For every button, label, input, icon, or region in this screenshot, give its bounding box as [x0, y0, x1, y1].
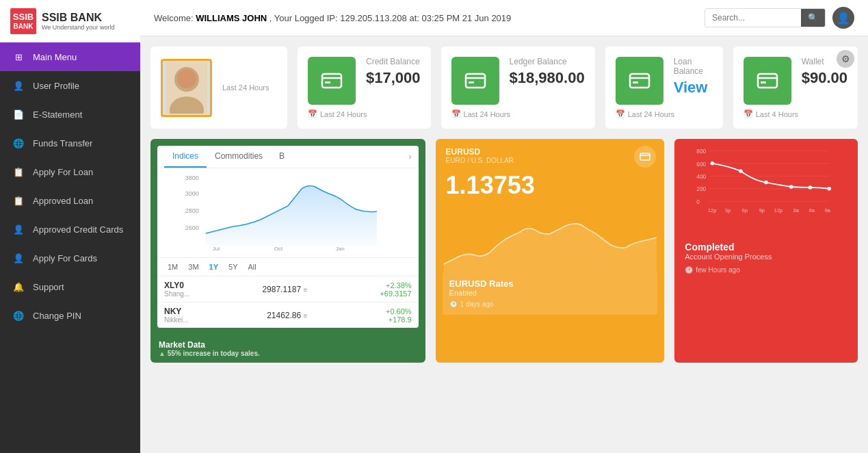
svg-text:Jan: Jan: [336, 246, 345, 252]
sidebar-label-approved-credit-cards: Approved Credit Cards: [33, 224, 123, 235]
svg-text:0: 0: [697, 198, 700, 205]
sidebar-item-main-menu[interactable]: ⊞ Main Menu: [0, 42, 140, 71]
wallet-footer-text: Last 4 Hours: [756, 110, 798, 118]
svg-text:9a: 9a: [825, 207, 831, 213]
credit-label: Credit Balance: [366, 57, 421, 66]
ledger-icon-row: Ledger Balance $18,980.00: [451, 57, 585, 105]
profile-card: Last 24 Hours: [150, 47, 287, 129]
wallet-footer: 📅 Last 4 Hours: [744, 109, 847, 118]
svg-text:800: 800: [697, 148, 707, 155]
svg-text:2800: 2800: [185, 207, 199, 214]
user-account-icon[interactable]: 👤: [832, 7, 854, 29]
svg-point-3: [177, 69, 196, 88]
svg-rect-7: [466, 74, 485, 88]
sidebar-label-change-pin: Change PIN: [33, 311, 81, 321]
svg-text:12p: 12p: [708, 207, 716, 213]
search-button[interactable]: 🔍: [801, 9, 825, 27]
market-change-pct-1: +0.60%: [386, 307, 412, 315]
time-3m[interactable]: 3M: [185, 261, 202, 272]
market-val-1: 21462.86 ≡: [267, 311, 307, 320]
market-chart-area: 3800 3000 2800 2600 Jul Oct Jan: [157, 168, 419, 257]
market-row-0: XLY0 Shang... 2987.1187 ≡ +2.38% +69.315…: [157, 276, 419, 302]
sidebar-label-main-menu: Main Menu: [33, 52, 77, 62]
svg-text:600: 600: [697, 161, 707, 168]
svg-text:3800: 3800: [185, 174, 199, 181]
credit-balance-card: Credit Balance $17,000 📅 Last 24 Hours: [298, 47, 431, 129]
document-icon: 📄: [12, 108, 25, 120]
time-5y[interactable]: 5Y: [225, 261, 241, 272]
tab-indices[interactable]: Indices: [164, 146, 207, 168]
svg-text:3p: 3p: [725, 207, 731, 213]
market-code-1: NKY: [164, 307, 189, 316]
market-row-1-label: NKY Nikkei...: [164, 307, 189, 324]
market-inner: Indices Commodities B ›: [157, 146, 419, 328]
svg-rect-10: [630, 74, 649, 88]
sidebar-label-funds-transfer: Funds Transfer: [33, 138, 92, 148]
ledger-balance-card: Ledger Balance $18,980.00 📅 Last 24 Hour…: [441, 47, 595, 129]
sidebar-label-approved-loan: Approved Loan: [33, 196, 93, 206]
dashboard: Last 24 Hours Credit Balance $17,000 📅 L: [140, 36, 868, 453]
market-val-0: 2987.1187 ≡: [262, 285, 307, 294]
market-footer-note: ▲ 55% increase in today sales.: [159, 350, 417, 357]
profile-image: [161, 59, 212, 117]
tab-next[interactable]: ›: [409, 146, 412, 168]
logo: SSIB BANK SSIB BANK We Understand your w…: [0, 0, 140, 42]
welcome-text: Welcome: WILLIAMS JOHN , Your Logged IP:…: [154, 13, 511, 23]
ledger-value: $18,980.00: [510, 69, 585, 87]
sidebar-item-apply-cards[interactable]: 👤 Apply For Cards: [0, 244, 140, 272]
svg-text:Jul: Jul: [213, 246, 220, 252]
credit-footer-text: Last 24 Hours: [320, 110, 367, 118]
time-1m[interactable]: 1M: [164, 261, 181, 272]
credit-info: Credit Balance $17,000: [366, 57, 421, 87]
svg-rect-4: [322, 74, 341, 88]
gear-icon[interactable]: ⚙: [837, 50, 854, 68]
forex-chart: [436, 203, 665, 272]
svg-rect-15: [761, 81, 766, 83]
svg-text:6a: 6a: [809, 207, 815, 213]
svg-rect-13: [758, 74, 777, 88]
forex-title: EURUSD Rates: [449, 279, 651, 289]
calendar-icon: 📅: [308, 109, 317, 118]
sidebar-item-approved-loan[interactable]: 📋 Approved Loan: [0, 186, 140, 215]
apply-card-icon: 👤: [12, 252, 25, 264]
svg-text:200: 200: [697, 185, 707, 192]
tab-commodities[interactable]: Commodities: [207, 146, 271, 168]
activity-time: 🕐 few Hours ago: [685, 266, 847, 274]
user-icon: 👤: [12, 79, 25, 92]
calendar-icon4: 📅: [744, 109, 753, 118]
time-all[interactable]: All: [245, 261, 260, 272]
sidebar-label-e-statement: E-Statement: [33, 109, 82, 120]
svg-text:3000: 3000: [185, 190, 199, 197]
sidebar-item-user-profile[interactable]: 👤 User Profile: [0, 71, 140, 100]
sidebar-item-e-statement[interactable]: 📄 E-Statement: [0, 100, 140, 129]
credit-icon: [308, 57, 356, 105]
time-1y[interactable]: 1Y: [206, 261, 222, 272]
forex-widget: EURUSD EURO / U.S. DOLLAR 1.13753 EURUSD…: [436, 139, 665, 363]
forex-pair-sub: EURO / U.S. DOLLAR: [446, 157, 655, 164]
search-input[interactable]: [705, 10, 801, 26]
loan-icon-row: Loan Balance View: [616, 57, 713, 105]
svg-rect-9: [469, 81, 474, 83]
market-row-1: NKY Nikkei... 21462.86 ≡ +0.60% +178.9: [157, 302, 419, 328]
loan-value: View: [674, 79, 713, 96]
sidebar: SSIB BANK SSIB BANK We Understand your w…: [0, 0, 140, 453]
svg-text:6p: 6p: [742, 207, 748, 213]
svg-rect-12: [633, 81, 638, 83]
sidebar-item-funds-transfer[interactable]: 🌐 Funds Transfer: [0, 129, 140, 157]
credit-footer: 📅 Last 24 Hours: [308, 109, 421, 118]
sidebar-item-apply-loan[interactable]: 📋 Apply For Loan: [0, 157, 140, 186]
svg-point-35: [711, 161, 715, 166]
loan-balance-card: Loan Balance View 📅 Last 24 Hours: [605, 47, 723, 129]
tab-b[interactable]: B: [271, 146, 293, 168]
forex-rate: 1.13753: [436, 168, 665, 203]
sidebar-item-approved-credit-cards[interactable]: 👤 Approved Credit Cards: [0, 215, 140, 244]
svg-text:12p: 12p: [774, 207, 782, 213]
ledger-label: Ledger Balance: [510, 57, 585, 66]
svg-point-39: [808, 185, 813, 190]
loan-icon: [616, 57, 663, 105]
sidebar-item-support[interactable]: 🔔 Support: [0, 272, 140, 301]
ledger-footer-text: Last 24 Hours: [464, 110, 510, 118]
search-box: 🔍: [705, 8, 826, 27]
header: Welcome: WILLIAMS JOHN , Your Logged IP:…: [140, 0, 868, 36]
sidebar-item-change-pin[interactable]: 🌐 Change PIN: [0, 301, 140, 330]
